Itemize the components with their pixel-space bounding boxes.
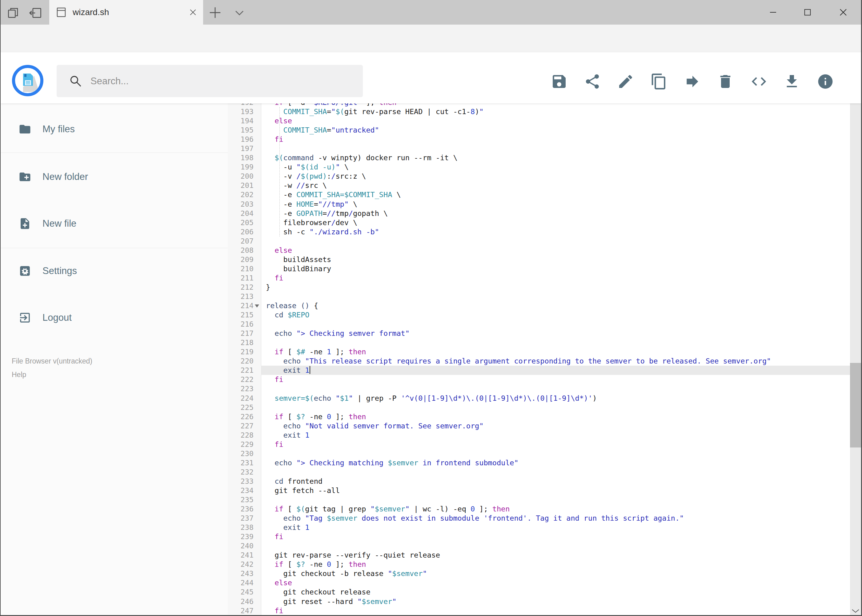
code-line-224[interactable]: 224 semver=$(echo "$1" | grep -P '^v(0|[…: [228, 394, 850, 403]
scrollbar-thumb[interactable]: [850, 363, 861, 448]
code-view-icon[interactable]: [750, 73, 767, 90]
code-line-202[interactable]: 202 -e COMMIT_SHA=$COMMIT_SHA \: [228, 190, 850, 199]
code-line-208[interactable]: 208 else: [228, 246, 850, 255]
code-line-218[interactable]: 218: [228, 338, 850, 347]
code-text: git checkout -b release "$semver": [261, 569, 850, 578]
code-line-199[interactable]: 199 -u "$(id -u)" \: [228, 162, 850, 171]
code-text: [261, 338, 850, 347]
code-line-209[interactable]: 209 buildAssets: [228, 255, 850, 264]
code-line-247[interactable]: 247 fi: [228, 606, 850, 615]
line-number: 202: [228, 190, 261, 199]
help-link[interactable]: Help: [12, 368, 26, 381]
sidebar-item-logout[interactable]: Logout: [1, 305, 228, 330]
code-line-194[interactable]: 194 else: [228, 116, 850, 126]
code-line-210[interactable]: 210 buildBinary: [228, 264, 850, 273]
code-line-240[interactable]: 240: [228, 541, 850, 550]
code-line-220[interactable]: 220 echo "This release script requires a…: [228, 357, 850, 366]
code-line-198[interactable]: 198 $(command -v winpty) docker run --rm…: [228, 153, 850, 162]
code-text: [261, 541, 850, 550]
move-icon[interactable]: [684, 73, 701, 90]
code-line-215[interactable]: 215 cd $REPO: [228, 310, 850, 319]
line-number: 201: [228, 181, 261, 190]
browser-tab[interactable]: wizard.sh: [49, 0, 203, 25]
code-line-216[interactable]: 216: [228, 319, 850, 329]
info-icon[interactable]: [817, 73, 834, 90]
sidebar: My files New folder New file Settings: [1, 103, 228, 616]
code-line-225[interactable]: 225: [228, 403, 850, 412]
maximize-button[interactable]: [799, 4, 816, 20]
edit-icon[interactable]: [617, 73, 634, 90]
code-line-239[interactable]: 239 fi: [228, 532, 850, 541]
code-line-206[interactable]: 206 sh -c "./wizard.sh -b": [228, 227, 850, 236]
code-line-226[interactable]: 226 if [ $? -ne 0 ]; then: [228, 412, 850, 421]
code-line-211[interactable]: 211 fi: [228, 273, 850, 283]
code-line-196[interactable]: 196 fi: [228, 135, 850, 144]
code-line-233[interactable]: 233 cd frontend: [228, 477, 850, 486]
code-line-231[interactable]: 231 echo "> Checking matching $semver in…: [228, 458, 850, 467]
filebrowser-logo[interactable]: [12, 65, 43, 96]
gear-icon: [19, 264, 32, 277]
delete-icon[interactable]: [717, 73, 734, 90]
code-line-242[interactable]: 242 if [ $? -ne 0 ]; then: [228, 560, 850, 569]
code-text: -e HOME="//tmp" \: [261, 200, 850, 209]
code-line-232[interactable]: 232: [228, 467, 850, 477]
sidebar-divider: [1, 152, 228, 153]
code-line-221[interactable]: 221 exit 1: [228, 366, 850, 375]
code-line-201[interactable]: 201 -w //src \: [228, 181, 850, 190]
code-line-219[interactable]: 219 if [ $# -ne 1 ]; then: [228, 347, 850, 357]
code-line-244[interactable]: 244 else: [228, 578, 850, 588]
code-line-238[interactable]: 238 exit 1: [228, 523, 850, 532]
code-editor[interactable]: 192 if [ -d "$REPO/.git" ]; then193 COMM…: [228, 103, 850, 616]
vertical-scrollbar[interactable]: [850, 52, 861, 616]
tab-dropdown-icon[interactable]: [233, 8, 246, 18]
code-line-237[interactable]: 237 echo "Tag $semver does not exist in …: [228, 514, 850, 523]
code-line-214[interactable]: 214release () {: [228, 301, 850, 310]
search-input[interactable]: [90, 75, 344, 87]
share-file-icon[interactable]: [584, 73, 601, 90]
code-line-203[interactable]: 203 -e HOME="//tmp" \: [228, 200, 850, 209]
minimize-button[interactable]: [764, 4, 782, 20]
sidebar-item-settings[interactable]: Settings: [1, 259, 228, 283]
sidebar-item-new-folder[interactable]: New folder: [1, 165, 228, 189]
new-tab-button[interactable]: [208, 6, 222, 20]
code-line-229[interactable]: 229 fi: [228, 440, 850, 449]
fold-marker-icon[interactable]: [255, 305, 259, 308]
code-line-235[interactable]: 235: [228, 495, 850, 504]
copy-icon[interactable]: [650, 73, 668, 90]
scroll-down-icon[interactable]: [851, 608, 860, 614]
code-line-227[interactable]: 227 echo "Not valid semver format. See s…: [228, 421, 850, 431]
code-line-212[interactable]: 212}: [228, 283, 850, 292]
code-line-217[interactable]: 217 echo "> Checking semver format": [228, 329, 850, 338]
code-line-205[interactable]: 205 filebrowser/dev \: [228, 218, 850, 227]
save-icon[interactable]: [550, 73, 568, 90]
code-line-193[interactable]: 193 COMMIT_SHA="$(git rev-parse HEAD | c…: [228, 107, 850, 116]
code-line-222[interactable]: 222 fi: [228, 375, 850, 384]
code-line-246[interactable]: 246 git reset --hard "$semver": [228, 597, 850, 606]
search-bar[interactable]: [57, 65, 363, 97]
code-line-197[interactable]: 197: [228, 144, 850, 153]
line-number: 205: [228, 218, 261, 227]
sidebar-item-my-files[interactable]: My files: [1, 117, 228, 141]
line-number: 228: [228, 431, 261, 440]
code-line-200[interactable]: 200 -v /$(pwd):/src:z \: [228, 171, 850, 181]
code-line-236[interactable]: 236 if [ $(git tag | grep "$semver" | wc…: [228, 504, 850, 514]
code-line-228[interactable]: 228 exit 1: [228, 431, 850, 440]
code-line-245[interactable]: 245 git checkout release: [228, 588, 850, 597]
code-line-241[interactable]: 241 git rev-parse --verify --quiet relea…: [228, 550, 850, 560]
code-line-192[interactable]: 192 if [ -d "$REPO/.git" ]; then: [228, 103, 850, 107]
code-line-230[interactable]: 230: [228, 449, 850, 458]
code-line-213[interactable]: 213: [228, 292, 850, 301]
sidebar-item-new-file[interactable]: New file: [1, 211, 228, 236]
tab-close-icon[interactable]: [186, 5, 200, 19]
close-button[interactable]: [835, 4, 852, 20]
code-line-195[interactable]: 195 COMMIT_SHA="untracked": [228, 126, 850, 135]
code-text: echo "Not valid semver format. See semve…: [261, 421, 850, 431]
set-tabs-aside-icon[interactable]: [29, 6, 43, 20]
download-icon[interactable]: [783, 73, 801, 90]
code-line-234[interactable]: 234 git fetch --all: [228, 486, 850, 495]
code-line-223[interactable]: 223: [228, 384, 850, 393]
code-line-207[interactable]: 207: [228, 236, 850, 246]
code-line-204[interactable]: 204 -e GOPATH=//tmp/gopath \: [228, 209, 850, 218]
code-line-243[interactable]: 243 git checkout -b release "$semver": [228, 569, 850, 578]
tab-preview-icon[interactable]: [7, 6, 20, 20]
